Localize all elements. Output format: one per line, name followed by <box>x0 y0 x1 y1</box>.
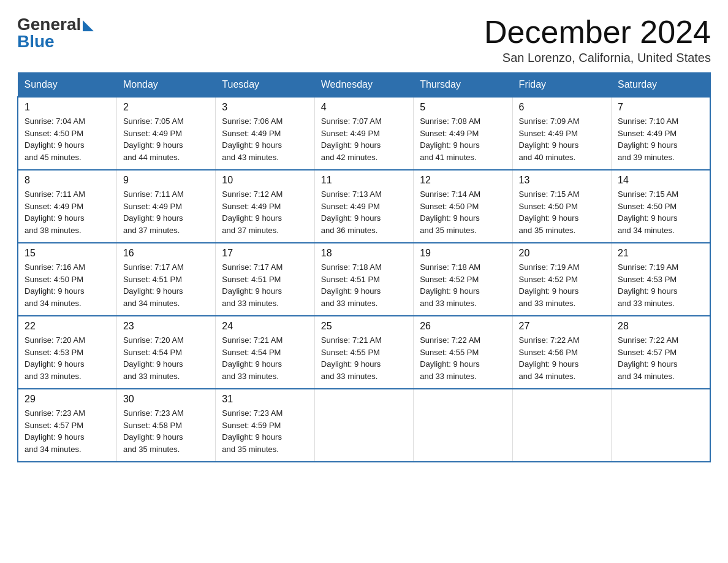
sunrise: Sunrise: 7:22 AM <box>420 335 480 345</box>
daylight2: and 35 minutes. <box>519 226 576 235</box>
daylight2: and 41 minutes. <box>420 153 477 162</box>
daylight: Daylight: 9 hours <box>25 140 85 150</box>
day-info: Sunrise: 7:19 AM Sunset: 4:53 PM Dayligh… <box>618 261 703 309</box>
day-info: Sunrise: 7:20 AM Sunset: 4:53 PM Dayligh… <box>25 334 110 382</box>
day-info: Sunrise: 7:11 AM Sunset: 4:49 PM Dayligh… <box>123 188 209 236</box>
sunset: Sunset: 4:49 PM <box>321 129 380 138</box>
daylight2: and 33 minutes. <box>420 299 477 308</box>
sunrise: Sunrise: 7:17 AM <box>123 262 184 272</box>
sunrise: Sunrise: 7:14 AM <box>420 190 480 199</box>
calendar-cell: 7 Sunrise: 7:10 AM Sunset: 4:49 PM Dayli… <box>612 97 710 170</box>
logo-wrapper: General Blue <box>17 15 94 52</box>
calendar-cell: 16 Sunrise: 7:17 AM Sunset: 4:51 PM Dayl… <box>116 243 215 316</box>
sunrise: Sunrise: 7:05 AM <box>123 117 184 126</box>
day-number: 18 <box>321 248 407 259</box>
day-number: 17 <box>222 248 308 259</box>
daylight: Daylight: 9 hours <box>519 140 579 150</box>
calendar-cell <box>314 389 413 462</box>
calendar-cell: 22 Sunrise: 7:20 AM Sunset: 4:53 PM Dayl… <box>18 316 116 389</box>
daylight: Daylight: 9 hours <box>25 286 85 296</box>
calendar-cell: 5 Sunrise: 7:08 AM Sunset: 4:49 PM Dayli… <box>414 97 512 170</box>
day-info: Sunrise: 7:23 AM Sunset: 4:58 PM Dayligh… <box>123 407 209 455</box>
week-row-2: 8 Sunrise: 7:11 AM Sunset: 4:49 PM Dayli… <box>18 170 710 243</box>
daylight2: and 40 minutes. <box>519 153 576 162</box>
calendar-cell: 9 Sunrise: 7:11 AM Sunset: 4:49 PM Dayli… <box>116 170 215 243</box>
calendar-cell: 28 Sunrise: 7:22 AM Sunset: 4:57 PM Dayl… <box>612 316 710 389</box>
calendar-cell: 6 Sunrise: 7:09 AM Sunset: 4:49 PM Dayli… <box>512 97 611 170</box>
day-info: Sunrise: 7:23 AM Sunset: 4:59 PM Dayligh… <box>222 407 308 455</box>
location-subtitle: San Lorenzo, California, United States <box>484 51 711 65</box>
daylight2: and 34 minutes. <box>519 372 576 381</box>
daylight: Daylight: 9 hours <box>420 286 480 296</box>
sunset: Sunset: 4:51 PM <box>222 275 281 284</box>
calendar-table: Sunday Monday Tuesday Wednesday Thursday… <box>17 72 711 462</box>
sunset: Sunset: 4:51 PM <box>123 275 182 284</box>
day-number: 9 <box>123 175 209 186</box>
day-number: 21 <box>618 248 703 259</box>
calendar-cell: 26 Sunrise: 7:22 AM Sunset: 4:55 PM Dayl… <box>414 316 512 389</box>
day-info: Sunrise: 7:18 AM Sunset: 4:51 PM Dayligh… <box>321 261 407 309</box>
sunset: Sunset: 4:52 PM <box>420 275 479 284</box>
daylight2: and 33 minutes. <box>420 372 477 381</box>
daylight: Daylight: 9 hours <box>618 140 678 150</box>
day-info: Sunrise: 7:13 AM Sunset: 4:49 PM Dayligh… <box>321 188 407 236</box>
sunrise: Sunrise: 7:20 AM <box>25 335 85 345</box>
calendar-cell: 31 Sunrise: 7:23 AM Sunset: 4:59 PM Dayl… <box>216 389 314 462</box>
weekday-header-row: Sunday Monday Tuesday Wednesday Thursday… <box>18 73 710 98</box>
daylight: Daylight: 9 hours <box>222 432 282 442</box>
sunset: Sunset: 4:50 PM <box>25 275 83 284</box>
daylight2: and 38 minutes. <box>25 226 82 235</box>
day-number: 24 <box>222 321 308 332</box>
header-thursday: Thursday <box>414 73 512 98</box>
day-number: 29 <box>25 394 110 405</box>
sunrise: Sunrise: 7:08 AM <box>420 117 480 126</box>
daylight2: and 33 minutes. <box>519 299 576 308</box>
header-sunday: Sunday <box>18 73 116 98</box>
day-info: Sunrise: 7:11 AM Sunset: 4:49 PM Dayligh… <box>25 188 110 236</box>
header-friday: Friday <box>512 73 611 98</box>
daylight: Daylight: 9 hours <box>123 140 183 150</box>
day-info: Sunrise: 7:22 AM Sunset: 4:57 PM Dayligh… <box>618 334 703 382</box>
daylight: Daylight: 9 hours <box>420 213 480 223</box>
sunrise: Sunrise: 7:19 AM <box>519 262 580 272</box>
sunset: Sunset: 4:49 PM <box>25 202 83 211</box>
day-info: Sunrise: 7:09 AM Sunset: 4:49 PM Dayligh… <box>519 115 605 163</box>
sunrise: Sunrise: 7:09 AM <box>519 117 580 126</box>
daylight2: and 33 minutes. <box>618 299 675 308</box>
day-number: 7 <box>618 102 703 113</box>
calendar-cell: 19 Sunrise: 7:18 AM Sunset: 4:52 PM Dayl… <box>414 243 512 316</box>
month-title: December 2024 <box>484 15 711 50</box>
header-tuesday: Tuesday <box>216 73 314 98</box>
calendar-cell: 29 Sunrise: 7:23 AM Sunset: 4:57 PM Dayl… <box>18 389 116 462</box>
week-row-4: 22 Sunrise: 7:20 AM Sunset: 4:53 PM Dayl… <box>18 316 710 389</box>
daylight2: and 34 minutes. <box>123 299 180 308</box>
day-info: Sunrise: 7:16 AM Sunset: 4:50 PM Dayligh… <box>25 261 110 309</box>
daylight: Daylight: 9 hours <box>420 359 480 369</box>
day-info: Sunrise: 7:15 AM Sunset: 4:50 PM Dayligh… <box>519 188 605 236</box>
sunset: Sunset: 4:58 PM <box>123 421 182 430</box>
day-info: Sunrise: 7:22 AM Sunset: 4:56 PM Dayligh… <box>519 334 605 382</box>
calendar-cell: 23 Sunrise: 7:20 AM Sunset: 4:54 PM Dayl… <box>116 316 215 389</box>
calendar-cell: 21 Sunrise: 7:19 AM Sunset: 4:53 PM Dayl… <box>612 243 710 316</box>
calendar-cell: 20 Sunrise: 7:19 AM Sunset: 4:52 PM Dayl… <box>512 243 611 316</box>
sunrise: Sunrise: 7:22 AM <box>519 335 580 345</box>
daylight2: and 44 minutes. <box>123 153 180 162</box>
sunset: Sunset: 4:49 PM <box>321 202 380 211</box>
sunrise: Sunrise: 7:21 AM <box>321 335 382 345</box>
header: General Blue December 2024 San Lorenzo, … <box>17 15 711 65</box>
sunset: Sunset: 4:53 PM <box>25 348 83 357</box>
day-number: 31 <box>222 394 308 405</box>
day-number: 5 <box>420 102 506 113</box>
day-number: 6 <box>519 102 605 113</box>
daylight2: and 37 minutes. <box>222 226 279 235</box>
sunset: Sunset: 4:55 PM <box>321 348 380 357</box>
sunrise: Sunrise: 7:18 AM <box>420 262 480 272</box>
day-info: Sunrise: 7:22 AM Sunset: 4:55 PM Dayligh… <box>420 334 506 382</box>
day-number: 12 <box>420 175 506 186</box>
daylight: Daylight: 9 hours <box>420 140 480 150</box>
sunrise: Sunrise: 7:15 AM <box>618 190 678 199</box>
daylight2: and 43 minutes. <box>222 153 279 162</box>
calendar-cell <box>512 389 611 462</box>
calendar-cell: 15 Sunrise: 7:16 AM Sunset: 4:50 PM Dayl… <box>18 243 116 316</box>
day-info: Sunrise: 7:10 AM Sunset: 4:49 PM Dayligh… <box>618 115 703 163</box>
